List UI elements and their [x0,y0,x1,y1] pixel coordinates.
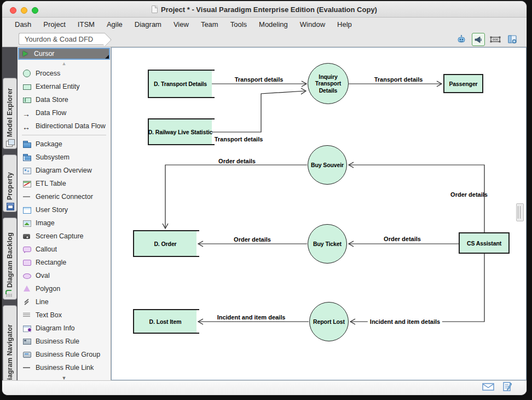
palette-scroll-up-icon[interactable]: ▲ [18,60,111,67]
status-bar [2,380,527,395]
external-entity-passenger[interactable]: Passenger [443,74,483,93]
flow-label-order-details-4[interactable]: Order details [384,236,421,242]
flow-label-transport-details-2[interactable]: Transport details [215,136,263,142]
menu-help[interactable]: Help [331,20,358,28]
side-tab-property[interactable]: Property [3,155,17,212]
palette-item-business-rule-group[interactable]: Business Rule Group [18,348,111,361]
palette-item-data-flow[interactable]: Data Flow [18,106,111,119]
palette-item-label: External Entity [36,83,80,90]
palette-item-subsystem[interactable]: Subsystem [18,151,111,164]
palette-item-process[interactable]: Process [18,67,111,80]
palette-item-label: User Story [36,206,68,214]
data-store-order[interactable]: D. Order [133,230,196,257]
palette-item-external-entity[interactable]: External Entity [18,80,111,93]
polygon-icon [22,285,32,293]
menu-diagram[interactable]: Diagram [129,20,167,28]
flow-label-transport-details-3[interactable]: Transport details [374,76,423,83]
palette-item-text-box[interactable]: Text Box [18,308,111,322]
palette-item-diagram-info[interactable]: Diagram Info [18,322,111,335]
data-store-lost-item[interactable]: D. Lost Item [133,309,196,334]
palette-item-screen-capture[interactable]: Screen Capture [18,230,111,243]
external-entity-cs-assistant[interactable]: CS Assistant [459,232,510,254]
main-area: Model ExplorerPropertyDiagram BacklogDia… [2,47,527,380]
flow-railway-store-to-inquiry[interactable] [212,91,305,132]
palette-item-label: Process [36,70,60,77]
title-bar: Project * - Visual Paradigm Enterprise E… [2,1,527,18]
cursor-icon [22,50,30,57]
process-buy-ticket[interactable]: Buy Ticket [308,224,347,264]
palette-item-diagram-overview[interactable]: Diagram Overview [18,164,111,177]
rectangle-icon [22,259,32,266]
panel-settings-icon[interactable] [506,33,519,46]
process-inquiry-transport-details[interactable]: Inquiry Transport Details [308,63,349,104]
menu-dash[interactable]: Dash [9,20,37,28]
menu-window[interactable]: Window [294,20,331,28]
palette-item-label: Package [36,140,62,148]
flow-label-order-details-1[interactable]: Order details [218,158,256,164]
external-entity-icon [22,83,32,90]
mail-icon[interactable] [482,382,495,393]
diagram-backlog-icon [5,290,14,298]
palette-item-package[interactable]: Package [18,138,111,151]
palette-item-user-story[interactable]: User Story [18,203,111,216]
palette-item-line[interactable]: Line [18,295,111,308]
menu-project[interactable]: Project [37,20,71,28]
diagram-canvas[interactable]: D. Transport Details D. Railway Live Sta… [111,47,527,380]
data-store-railway-live-statistic[interactable]: D. Railway Live Statistic [148,118,212,145]
palette-item-label: Business Rule Link [36,364,94,372]
window-title: Project * - Visual Paradigm Enterprise E… [161,5,377,14]
side-tab-label: Property [6,158,14,200]
tool-palette: Cursor ▲ ProcessExternal EntityData Stor… [18,47,111,380]
callout-icon [22,245,32,253]
palette-item-image[interactable]: Image [18,216,111,230]
announcement-icon[interactable] [472,33,485,46]
business-rule-icon [22,338,32,345]
text-box-icon [22,311,32,319]
palette-item-business-rule-link[interactable]: Business Rule Link [18,361,111,374]
palette-scroll-down-icon[interactable]: ▼ [18,374,111,380]
bidirectional-data-flow-icon [22,122,32,130]
process-report-lost[interactable]: Report Lost [309,302,349,341]
breadcrumb[interactable]: Yourdon & Coad DFD [19,33,105,45]
palette-item-polygon[interactable]: Polygon [18,282,111,295]
flow-label-incident-details-1[interactable]: Incident and item details [368,318,442,325]
diagram-overview-icon [22,167,32,174]
palette-item-label: Diagram Info [36,324,75,332]
menu-modeling[interactable]: Modeling [253,20,294,28]
palette-item-oval[interactable]: Oval [18,269,111,282]
side-tab-strip: Model ExplorerPropertyDiagram BacklogDia… [2,47,18,380]
palette-item-label: Line [36,298,49,306]
palette-item-label: Polygon [36,285,60,293]
palette-item-generic-connector[interactable]: Generic Connector [18,190,111,203]
ai-assistant-icon[interactable] [455,33,468,46]
menu-itsm[interactable]: ITSM [72,20,101,28]
side-tab-diagram-backlog[interactable]: Diagram Backlog [3,218,17,300]
palette-item-rectangle[interactable]: Rectangle [18,256,111,269]
flow-label-order-details-3[interactable]: Order details [234,236,271,243]
flow-buy-souveir-to-order-store[interactable] [165,165,307,227]
flow-label-transport-details-1[interactable]: Transport details [235,76,284,83]
menu-tools[interactable]: Tools [224,20,253,28]
palette-item-label: Subsystem [36,153,70,161]
palette-item-business-rule[interactable]: Business Rule [18,335,111,348]
side-tab-model-explorer[interactable]: Model Explorer [3,78,17,149]
palette-item-etl-table[interactable]: ETL Table [18,177,111,190]
compose-icon[interactable] [502,381,512,395]
palette-item-bidirectional-data-flow[interactable]: Bidirectional Data Flow [18,119,111,133]
flow-cs-to-report-lost[interactable] [351,254,484,322]
palette-item-data-store[interactable]: Data Store [18,93,111,106]
fit-to-window-icon[interactable] [489,33,502,46]
flow-cs-to-buy-souveir[interactable] [349,165,484,232]
menu-team[interactable]: Team [195,20,224,28]
data-store-transport-details[interactable]: D. Transport Details [148,70,212,98]
flow-label-order-details-2[interactable]: Order details [450,191,488,198]
menu-agile[interactable]: Agile [101,20,129,28]
side-tab-label: Diagram Backlog [6,221,14,288]
process-buy-souveir[interactable]: Buy Souveir [308,145,347,185]
palette-item-callout[interactable]: Callout [18,243,111,256]
menu-view[interactable]: View [167,20,195,28]
palette-item-label: ETL Table [36,180,66,187]
cursor-tool[interactable]: Cursor [18,48,110,60]
panel-collapse-grip[interactable] [516,203,524,221]
flow-label-incident-details-2[interactable]: Incident and item deails [217,314,286,321]
